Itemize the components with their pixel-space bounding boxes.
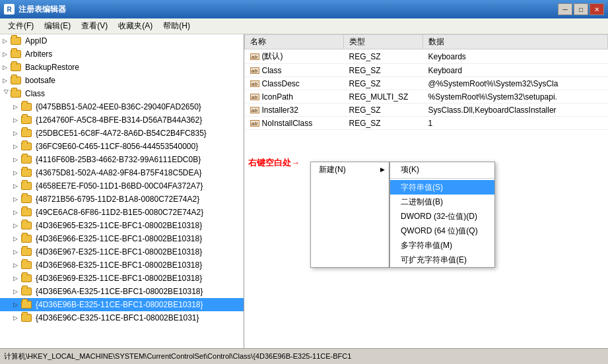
tree-item-4d36e965[interactable]: ▷ {4D36E965-E325-11CE-BFC1-08002BE10318} xyxy=(0,219,244,232)
submenu-item-label: 多字符串值(M) xyxy=(401,240,452,251)
table-row[interactable]: abNoInstallClass REG_SZ 1 xyxy=(245,117,608,130)
reg-data: %SystemRoot%\System32\setupapi. xyxy=(423,90,608,104)
tree-arrow: ▷ xyxy=(13,117,21,123)
table-row[interactable]: abInstaller32 REG_SZ SysClass.Dll,Keyboa… xyxy=(245,104,608,117)
tree-arrow: ▷ xyxy=(13,183,21,189)
reg-name: ab(默认) xyxy=(245,49,344,64)
submenu-item-expandstring[interactable]: 可扩充字符串值(E) xyxy=(390,253,494,267)
tree-arrow: ▷ xyxy=(13,169,21,176)
reg-data: 1 xyxy=(423,117,608,130)
menu-file[interactable]: 文件(F) xyxy=(3,19,39,33)
tree-item-4d36e969[interactable]: ▷ {4D36E969-E325-11CE-BFC1-08002BE10318} xyxy=(0,272,244,285)
tree-item-4872[interactable]: ▷ {48721B56-6795-11D2-B1A8-0080C72E74A2} xyxy=(0,193,244,206)
context-menu-new[interactable]: 新建(N) xyxy=(311,162,389,177)
folder-icon xyxy=(21,300,33,309)
tree-item-36fc[interactable]: ▷ {36FC9E60-C465-11CF-8056-444553540000} xyxy=(0,140,244,153)
submenu-item-dword[interactable]: DWORD (32-位值)(D) xyxy=(390,209,494,224)
context-menu-wrapper: 新建(N) 项(K) 字符串值(S) 二进制值(B) DWORD (32-位值)… xyxy=(310,162,495,268)
reg-icon: ab xyxy=(250,120,259,127)
folder-icon xyxy=(21,287,33,296)
folder-icon xyxy=(21,274,33,283)
minimize-button[interactable]: ─ xyxy=(558,3,572,15)
reg-type: REG_SZ xyxy=(344,104,423,117)
tree-item-4d36e96c[interactable]: ▷ {4D36E96C-E325-11CE-BFC1-08002BE1031} xyxy=(0,311,244,324)
tree-item-25db[interactable]: ▷ {25DBCE51-6C8F-4A72-8A6D-B54C2B4FC835} xyxy=(0,127,244,140)
tree-item-4d36e96b[interactable]: ▷ {4D36E96B-E325-11CE-BFC1-08002BE10318} xyxy=(0,298,244,311)
folder-icon xyxy=(11,49,22,59)
context-menu-new-label: 新建(N) xyxy=(319,164,346,175)
tree-item-label: {4D36E96C-E325-11CE-BFC1-08002BE1031} xyxy=(36,313,199,322)
tree-arrow: ▷ xyxy=(13,249,21,255)
tree-arrow: ▷ xyxy=(13,301,21,308)
folder-icon xyxy=(21,260,33,270)
tree-arrow: ▷ xyxy=(13,288,21,295)
folder-icon xyxy=(21,155,33,164)
folder-icon xyxy=(11,36,22,46)
tree-item-appid[interactable]: ▷ AppID xyxy=(0,34,244,47)
submenu-item-label: QWORD (64 位)值(Q) xyxy=(401,226,478,237)
folder-icon xyxy=(11,63,22,72)
submenu-item-label: 二进制值(B) xyxy=(401,197,443,208)
reg-type: REG_SZ xyxy=(344,77,423,90)
reg-name: abNoInstallClass xyxy=(245,117,344,130)
submenu-item-label: 项(K) xyxy=(401,164,419,175)
tree-item-class[interactable]: ▷ Class xyxy=(0,87,244,100)
tree-item-4d36e967[interactable]: ▷ {4D36E967-E325-11CE-BFC1-08002BE10318} xyxy=(0,245,244,258)
main-content: ▷ AppID ▷ Arbiters ▷ BackupRestore ▷ boo… xyxy=(0,34,608,348)
tree-item-label: {4D36E968-E325-11CE-BFC1-08002BE10318} xyxy=(36,260,202,270)
tree-item-4d36e966[interactable]: ▷ {4D36E966-E325-11CE-BFC1-08002BE10318} xyxy=(0,232,244,245)
tree-item-backuprestore[interactable]: ▷ BackupRestore xyxy=(0,61,244,74)
tree-arrow: ▷ xyxy=(13,222,21,229)
tree-item-4658[interactable]: ▷ {4658EE7E-F050-11D1-B6BD-00C04FA372A7} xyxy=(0,179,244,193)
table-row[interactable]: abClass REG_SZ Keyboard xyxy=(245,64,608,77)
reg-icon: ab xyxy=(250,53,259,60)
submenu-separator xyxy=(390,178,494,179)
tree-item-4d36e96a[interactable]: ▷ {4D36E96A-E325-11CE-BFC1-08002BE10318} xyxy=(0,285,244,298)
tree-item-bootsafe[interactable]: ▷ bootsafe xyxy=(0,74,244,87)
maximize-button[interactable]: □ xyxy=(574,3,588,15)
menu-favorites[interactable]: 收藏夹(A) xyxy=(113,19,158,33)
tree-item-1264[interactable]: ▷ {1264760F-A5C8-4BFE-B314-D56A7B44A362} xyxy=(0,113,244,127)
submenu-item-key[interactable]: 项(K) xyxy=(390,162,494,177)
close-button[interactable]: ✕ xyxy=(590,3,604,15)
tree-item-label: {4D36E967-E325-11CE-BFC1-08002BE10318} xyxy=(36,247,202,257)
tree-item-0475[interactable]: ▷ {0475BB51-5A02-4EE0-B36C-29040FAD2650} xyxy=(0,100,244,113)
table-row[interactable]: ab(默认) REG_SZ Keyboards xyxy=(245,49,608,64)
app-icon: R xyxy=(4,4,15,15)
submenu-item-qword[interactable]: QWORD (64 位)值(Q) xyxy=(390,224,494,238)
submenu-item-string[interactable]: 字符串值(S) xyxy=(390,180,494,195)
folder-icon xyxy=(21,208,33,217)
tree-arrow: ▷ xyxy=(13,209,21,216)
tree-arrow: ▷ xyxy=(3,51,11,57)
submenu-item-multistring[interactable]: 多字符串值(M) xyxy=(390,238,494,253)
tree-item-label: {25DBCE51-6C8F-4A72-8A6D-B54C2B4FC835} xyxy=(36,129,207,138)
tree-item-label: Class xyxy=(25,89,45,98)
tree-item-label: AppID xyxy=(25,36,47,46)
folder-icon xyxy=(21,142,33,151)
table-row[interactable]: abIconPath REG_MULTI_SZ %SystemRoot%\Sys… xyxy=(245,90,608,104)
tree-item-49ce[interactable]: ▷ {49CE6AC8-6F86-11D2-B1E5-0080C72E74A2} xyxy=(0,206,244,219)
table-row[interactable]: abClassDesc REG_SZ @%SystemRoot%\System3… xyxy=(245,77,608,90)
menu-view[interactable]: 查看(V) xyxy=(76,19,113,33)
tree-arrow: ▷ xyxy=(3,90,10,98)
tree-arrow: ▷ xyxy=(13,275,21,282)
reg-data: Keyboard xyxy=(423,64,608,77)
reg-icon: ab xyxy=(250,94,259,100)
reg-icon: ab xyxy=(250,107,259,113)
tree-arrow: ▷ xyxy=(13,130,21,136)
tree-arrow: ▷ xyxy=(13,262,21,268)
tree-item-4d36e968[interactable]: ▷ {4D36E968-E325-11CE-BFC1-08002BE10318} xyxy=(0,258,244,272)
tree-arrow: ▷ xyxy=(13,235,21,242)
menu-help[interactable]: 帮助(H) xyxy=(158,19,195,33)
tree-item-arbiters[interactable]: ▷ Arbiters xyxy=(0,47,244,61)
menu-edit[interactable]: 编辑(E) xyxy=(39,19,76,33)
submenu-item-binary[interactable]: 二进制值(B) xyxy=(390,195,494,209)
tree-item-4116[interactable]: ▷ {4116F60B-25B3-4662-B732-99A6111EDC0B} xyxy=(0,153,244,166)
tree-item-label: {4D36E96B-E325-11CE-BFC1-08002BE10318} xyxy=(36,300,203,309)
tree-item-4367[interactable]: ▷ {43675D81-502A-4A82-9F84-B75F418C5DEA} xyxy=(0,166,244,179)
tree-item-label: {1264760F-A5C8-4BFE-B314-D56A7B44A362} xyxy=(36,115,202,125)
folder-icon xyxy=(21,168,33,177)
reg-type: REG_SZ xyxy=(344,117,423,130)
left-panel[interactable]: ▷ AppID ▷ Arbiters ▷ BackupRestore ▷ boo… xyxy=(0,34,244,348)
tree-arrow: ▷ xyxy=(13,196,21,202)
